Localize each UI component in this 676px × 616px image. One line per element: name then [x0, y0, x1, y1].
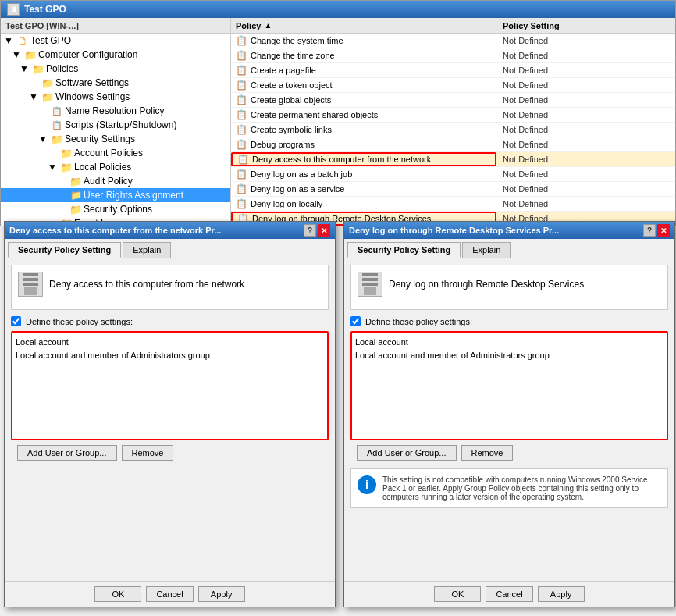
policy-row[interactable]: 📋Create a pagefileNot Defined: [231, 63, 675, 78]
dialog1-define-checkbox[interactable]: [11, 316, 21, 326]
tree-item-scripts[interactable]: ▶ 📋 Scripts (Startup/Shutdown): [1, 118, 230, 132]
dialog2-info-text: This setting is not compatible with comp…: [382, 475, 661, 501]
dialog1-policy-row: Deny access to this computer from the ne…: [18, 272, 322, 297]
dialog1-close-button[interactable]: ✕: [318, 224, 330, 237]
folder-icon: 📁: [41, 91, 54, 103]
policy-row[interactable]: 📋Create symbolic linksNot Defined: [231, 123, 675, 137]
expand-icon: ▼: [10, 48, 23, 61]
tree-item-security-settings[interactable]: ▼ 📁 Security Settings: [1, 132, 230, 146]
tree-item-security-options[interactable]: ▶ 📁 Security Options: [1, 202, 230, 216]
policy-list: 📋Change the system timeNot Defined📋Chang…: [231, 34, 675, 226]
policy-row-icon: 📋: [236, 65, 247, 76]
folder-icon: 📁: [69, 203, 82, 215]
policy-row[interactable]: 📋Create a token objectNot Defined: [231, 78, 675, 93]
dialog2-policy-icon-large: [358, 272, 382, 297]
dialog2-tab-explain[interactable]: Explain: [462, 242, 511, 258]
dialog2-tab-security[interactable]: Security Policy Setting: [347, 242, 461, 258]
policy-row-icon: 📋: [236, 169, 247, 180]
policy-row-setting: Not Defined: [496, 110, 548, 119]
policy-row-setting: Not Defined: [496, 95, 548, 105]
dialog2-checkbox-label: Define these policy settings:: [365, 317, 472, 326]
expand-icon: ▼: [2, 34, 15, 47]
main-window: 🖥 Test GPO Test GPO [WIN-...] ▼ 🗋 Test G…: [0, 0, 676, 226]
policy-row-setting: Not Defined: [496, 155, 548, 164]
dialog2-define-checkbox[interactable]: [350, 316, 361, 326]
dialog1-apply-button[interactable]: Apply: [198, 586, 245, 602]
policy-row[interactable]: 📋Deny access to this computer from the n…: [231, 152, 675, 167]
list-item[interactable]: Local account: [16, 336, 324, 349]
policy-icon: 📋: [51, 105, 63, 117]
dialog2-add-user-button[interactable]: Add User or Group...: [357, 445, 457, 461]
policy-row[interactable]: 📋Deny log on as a batch jobNot Defined: [231, 167, 675, 182]
tree-item-windows-settings[interactable]: ▼ 📁 Windows Settings: [1, 90, 230, 104]
dialog2-close-button[interactable]: ✕: [657, 224, 670, 237]
policy-row-setting: Not Defined: [496, 169, 548, 179]
dialog1-tab-explain[interactable]: Explain: [123, 242, 171, 258]
policy-row-setting: Not Defined: [496, 80, 548, 90]
sort-icon: ▲: [264, 21, 272, 30]
policy-row[interactable]: 📋Create permanent shared objectsNot Defi…: [231, 108, 675, 123]
expand-icon: ▶: [46, 147, 59, 159]
spacer: ▶: [37, 105, 49, 117]
policy-row[interactable]: 📋Create global objectsNot Defined: [231, 93, 675, 108]
policy-row-icon: 📋: [236, 35, 247, 46]
dialog2-ok-button[interactable]: OK: [434, 586, 481, 602]
policy-row-icon: 📋: [236, 198, 247, 209]
policy-row[interactable]: 📋Debug programsNot Defined: [231, 137, 675, 152]
policy-row-name-text: Deny log on locally: [251, 199, 322, 208]
list-item[interactable]: Local account and member of Administrato…: [16, 349, 324, 362]
tree-item-policies[interactable]: ▼ 📁 Policies: [1, 62, 230, 76]
list-item[interactable]: Local account: [355, 336, 664, 349]
dialog1-content: Deny access to this computer from the ne…: [5, 258, 335, 472]
setting-column-header[interactable]: Policy Setting: [496, 21, 560, 30]
policy-row[interactable]: 📋Deny log on locallyNot Defined: [231, 197, 675, 212]
dialog1-titlebar: Deny access to this computer from the ne…: [5, 222, 335, 239]
dialog1-tab-security[interactable]: Security Policy Setting: [8, 242, 121, 258]
tree-item-name-resolution[interactable]: ▶ 📋 Name Resolution Policy: [1, 104, 230, 118]
dialog1-remove-button[interactable]: Remove: [122, 445, 174, 461]
policy-row-name-text: Change the time zone: [251, 51, 335, 60]
dialog-deny-rdp: Deny log on through Remote Desktop Servi…: [343, 221, 675, 607]
policy-row-setting: Not Defined: [496, 66, 548, 75]
policy-column-header[interactable]: Policy ▲: [231, 18, 496, 33]
folder-icon: 📁: [60, 147, 73, 159]
dialog2-title: Deny log on through Remote Desktop Servi…: [349, 226, 642, 235]
main-window-icon: 🖥: [7, 3, 20, 16]
left-tree-pane: Test GPO [WIN-...] ▼ 🗋 Test GPO ▼ 📁 Comp…: [1, 18, 231, 226]
dialog2-cancel-button[interactable]: Cancel: [486, 586, 532, 602]
dialog1-cancel-button[interactable]: Cancel: [146, 586, 193, 602]
policy-row[interactable]: 📋Change the system timeNot Defined: [231, 34, 675, 48]
tree-item-computer-config[interactable]: ▼ 📁 Computer Configuration: [1, 48, 230, 62]
dialog2-define-checkbox-row: Define these policy settings:: [350, 316, 668, 326]
tree-item-account-policies[interactable]: ▶ 📁 Account Policies: [1, 146, 230, 160]
dialog1-ok-button[interactable]: OK: [94, 586, 141, 602]
list-item[interactable]: Local account and member of Administrato…: [355, 349, 664, 362]
dialog1-accounts-list[interactable]: Local account Local account and member o…: [11, 331, 329, 440]
expand-icon: ▼: [46, 161, 59, 173]
tree-item-software-settings[interactable]: ▶ 📁 Software Settings: [1, 76, 230, 90]
tree-item-audit-policy[interactable]: ▶ 📁 Audit Policy: [1, 174, 230, 188]
gpo-icon: 🗋: [16, 34, 29, 47]
dialog1-checkbox-label: Define these policy settings:: [26, 317, 133, 326]
policy-row-setting: Not Defined: [496, 140, 548, 149]
right-header: Policy ▲ Policy Setting: [231, 18, 675, 34]
tree-item-user-rights[interactable]: ▶ 📁 User Rights Assignment: [1, 188, 230, 202]
dialog2-apply-button[interactable]: Apply: [538, 586, 585, 602]
policy-row-name-text: Create global objects: [251, 95, 331, 105]
dialog2-help-button[interactable]: ?: [643, 224, 656, 237]
info-icon: i: [358, 475, 376, 494]
dialog2-remove-button[interactable]: Remove: [461, 445, 514, 461]
folder-icon: 📁: [41, 77, 54, 89]
policy-row[interactable]: 📋Change the time zoneNot Defined: [231, 48, 675, 63]
tree-item-test-gpo[interactable]: ▼ 🗋 Test GPO: [1, 34, 230, 48]
policy-row[interactable]: 📋Deny log on as a serviceNot Defined: [231, 182, 675, 197]
right-policy-pane: Policy ▲ Policy Setting 📋Change the syst…: [231, 18, 675, 226]
dialog1-help-button[interactable]: ?: [304, 224, 316, 237]
policy-row-name-text: Deny log on as a service: [251, 184, 344, 194]
main-titlebar: 🖥 Test GPO: [1, 1, 675, 18]
tree-item-local-policies[interactable]: ▼ 📁 Local Policies: [1, 160, 230, 174]
expand-icon: ▼: [27, 91, 40, 103]
dialog1-add-user-button[interactable]: Add User or Group...: [17, 445, 117, 461]
dialog2-accounts-list[interactable]: Local account Local account and member o…: [350, 331, 668, 440]
dialog1-policy-icon-large: [18, 272, 43, 297]
